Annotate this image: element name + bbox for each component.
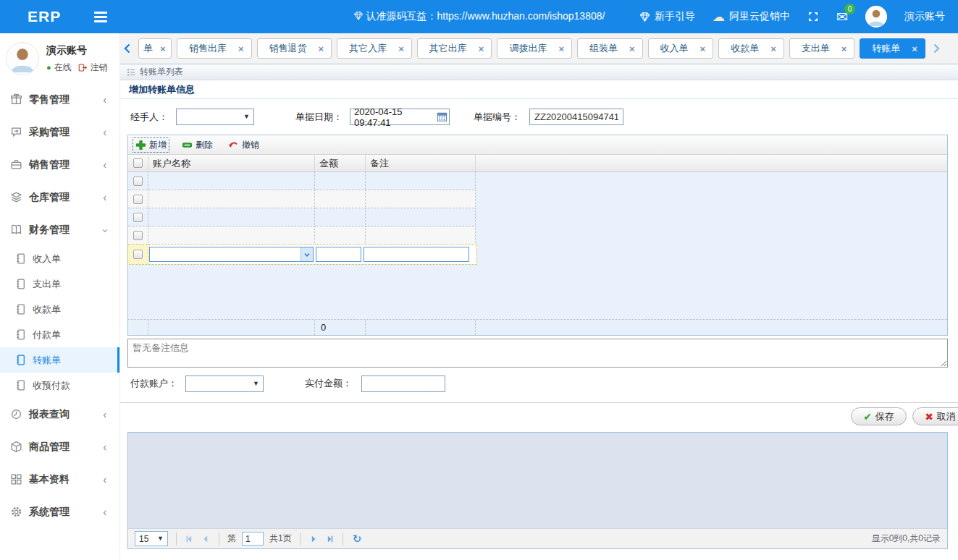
close-icon[interactable]: ×	[558, 44, 564, 54]
close-icon[interactable]: ×	[629, 44, 635, 54]
table-row[interactable]	[128, 226, 476, 245]
account-name[interactable]: 演示账号	[904, 10, 945, 23]
sidebar-item-sales[interactable]: 销售管理	[0, 148, 119, 181]
gift-icon	[10, 93, 22, 106]
close-icon[interactable]: ×	[841, 44, 847, 54]
column-header-remark[interactable]: 备注	[366, 155, 476, 171]
add-row-button[interactable]: 新增	[133, 138, 169, 152]
grid-header: 账户名称 金额 备注	[128, 155, 947, 172]
save-button[interactable]: ✔ 保存	[851, 407, 907, 425]
tab-sales-return[interactable]: 销售退货×	[257, 38, 332, 59]
account-select[interactable]	[149, 247, 314, 262]
sidebar-item-warehouse[interactable]: 仓库管理	[0, 181, 119, 213]
row-checkbox[interactable]	[133, 231, 143, 240]
tab-scroll-right-icon[interactable]	[930, 43, 942, 54]
layers-icon	[10, 191, 22, 203]
tab-assembly[interactable]: 组装单×	[577, 38, 643, 59]
page-title: 增加转账单信息	[120, 80, 958, 99]
row-checkbox[interactable]	[133, 250, 143, 259]
pay-account-select[interactable]: ▼	[185, 376, 264, 392]
chevron-down-icon	[301, 247, 313, 261]
tab-sales-out[interactable]: 销售出库×	[177, 38, 252, 59]
row-checkbox[interactable]	[133, 195, 143, 204]
sidebar-item-goods[interactable]: 商品管理	[0, 430, 119, 463]
refresh-icon[interactable]: ↻	[353, 533, 362, 544]
tab-other-in[interactable]: 其它入库×	[337, 38, 412, 59]
close-icon[interactable]: ×	[912, 44, 917, 54]
undo-button[interactable]: 撤销	[226, 138, 261, 152]
grid-icon	[10, 473, 22, 485]
sidebar-item-expense-order[interactable]: 支出单	[0, 271, 119, 297]
sidebar-item-purchase[interactable]: 采购管理	[0, 116, 119, 148]
table-row[interactable]	[128, 190, 476, 208]
tab-expense[interactable]: 支出单×	[789, 38, 855, 59]
cancel-button[interactable]: ✖ 取消	[912, 407, 958, 425]
first-page-button[interactable]	[185, 534, 195, 544]
close-icon[interactable]: ×	[319, 44, 324, 54]
minus-icon	[182, 140, 193, 150]
sidebar-item-basic-data[interactable]: 基本资料	[0, 463, 119, 496]
calendar-icon[interactable]	[437, 111, 448, 122]
close-icon[interactable]: ×	[770, 44, 776, 54]
last-page-button[interactable]	[324, 534, 335, 544]
form-row-top: 经手人： ▼ 单据日期： 2020-04-15 09:47:41 单据编号：	[120, 99, 958, 135]
remark-input[interactable]	[364, 247, 469, 262]
tab-receipt[interactable]: 收款单×	[718, 38, 784, 59]
sidebar-item-reports[interactable]: 报表查询	[0, 398, 119, 430]
person-icon	[865, 6, 887, 27]
avatar[interactable]	[865, 6, 887, 27]
close-icon[interactable]: ×	[160, 44, 166, 54]
sidebar-item-retail[interactable]: 零售管理	[0, 83, 119, 116]
handler-select[interactable]: ▼	[176, 109, 254, 125]
sidebar-item-finance[interactable]: 财务管理	[0, 213, 119, 246]
table-row[interactable]	[128, 172, 476, 190]
order-number-input[interactable]	[529, 109, 623, 125]
row-checkbox[interactable]	[133, 177, 143, 186]
select-all-checkbox[interactable]	[133, 158, 143, 168]
fullscreen-icon[interactable]	[807, 11, 819, 22]
column-header-amount[interactable]: 金额	[315, 155, 366, 171]
sidebar: 演示账号 ● 在线 注销 零售管理 采购管理 销售管理	[0, 33, 120, 560]
sidebar-item-income-order[interactable]: 收入单	[0, 246, 119, 271]
sidebar-item-prepayment[interactable]: 收预付款	[0, 373, 119, 398]
tab-income[interactable]: 收入单×	[648, 38, 714, 59]
table-footer: 0	[128, 319, 947, 335]
amount-input[interactable]	[316, 247, 361, 262]
page-number-input[interactable]	[242, 532, 264, 546]
sidebar-item-transfer-order[interactable]: 转账单	[0, 347, 119, 373]
sidebar-item-receipt-order[interactable]: 收款单	[0, 297, 119, 322]
row-checkbox[interactable]	[133, 213, 143, 222]
promo-link[interactable]: ☁ 阿里云促销中	[713, 10, 790, 23]
close-icon[interactable]: ×	[398, 44, 404, 54]
column-header-account[interactable]: 账户名称	[148, 155, 315, 171]
topbar: ERP 认准源码互益：https://www.huzhan.com/ishop1…	[0, 0, 958, 33]
date-input[interactable]: 2020-04-15 09:47:41	[350, 109, 450, 125]
logout-link[interactable]: 注销	[91, 61, 108, 74]
close-icon[interactable]: ×	[238, 44, 244, 54]
tab-transfer-out[interactable]: 调拨出库×	[497, 38, 572, 59]
menu-toggle-icon[interactable]	[94, 12, 107, 22]
table-row[interactable]	[128, 208, 476, 226]
messages-button[interactable]: ✉ 0	[836, 10, 848, 24]
user-name: 演示账号	[46, 44, 108, 57]
page-size-select[interactable]: 15 ▼	[135, 531, 168, 546]
tab-bar: 单× 销售出库× 销售退货× 其它入库× 其它出库× 调拨出库× 组装单× 收入…	[120, 33, 958, 64]
tab-transfer-order-active[interactable]: 转账单×	[860, 38, 925, 59]
avatar[interactable]	[6, 42, 39, 75]
delete-row-button[interactable]: 删除	[180, 138, 215, 152]
chevron-left-icon	[101, 161, 109, 169]
caret-down-icon: ▼	[243, 114, 250, 120]
sidebar-item-payment-order[interactable]: 付款单	[0, 322, 119, 347]
order-remark-textarea[interactable]: 暂无备注信息	[127, 339, 948, 368]
close-icon[interactable]: ×	[479, 44, 484, 54]
next-page-button[interactable]	[308, 534, 319, 544]
user-block: 演示账号 ● 在线 注销	[0, 33, 119, 83]
prev-page-button[interactable]	[201, 534, 211, 544]
guide-link[interactable]: 新手引导	[639, 10, 695, 23]
close-icon[interactable]: ×	[700, 44, 706, 54]
pay-amount-input[interactable]	[361, 376, 445, 392]
tab-clipped[interactable]: 单×	[138, 38, 172, 59]
tab-scroll-left-icon[interactable]	[122, 43, 133, 54]
sidebar-item-system[interactable]: 系统管理	[0, 496, 119, 528]
tab-other-out[interactable]: 其它出库×	[417, 38, 492, 59]
